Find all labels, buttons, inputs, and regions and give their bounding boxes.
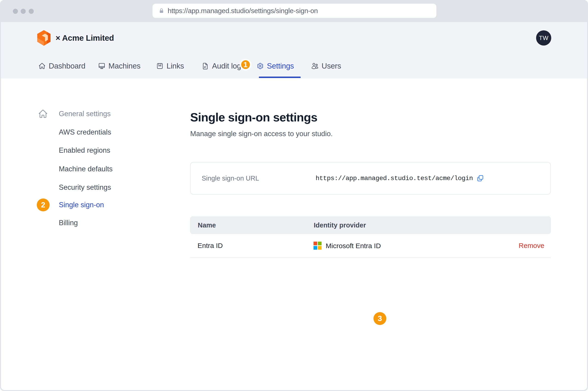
tab-label: Links [167, 62, 184, 70]
document-icon [202, 62, 209, 70]
tab-settings[interactable]: Settings [257, 62, 294, 70]
bookmark-square-icon [156, 62, 164, 70]
avatar[interactable]: TW [536, 30, 551, 46]
tab-audit-log[interactable]: Audit log [202, 62, 241, 70]
tab-label: Users [322, 62, 341, 70]
org-title: × Acme Limited [56, 33, 114, 43]
browser-chrome: https://app.managed.studio/settings/sing… [0, 0, 588, 22]
sidebar-item-billing[interactable]: Billing [59, 219, 78, 227]
browser-window: https://app.managed.studio/settings/sing… [0, 0, 588, 391]
home-icon [38, 62, 46, 70]
tab-label: Machines [108, 62, 140, 70]
provider-name-cell: Entra ID [197, 242, 223, 250]
copy-icon[interactable] [476, 174, 484, 182]
page-subtitle: Manage single sign-on access to your stu… [190, 130, 332, 138]
microsoft-logo-icon [314, 242, 322, 250]
page-title: Single sign-on settings [190, 110, 318, 124]
address-bar[interactable]: https://app.managed.studio/settings/sing… [152, 4, 436, 18]
app-header: × Acme Limited TW Dashboard Machines [1, 22, 587, 78]
monitor-icon [98, 62, 105, 70]
sidebar-item-machine-defaults[interactable]: Machine defaults [59, 165, 113, 173]
column-header-identity-provider: Identity provider [314, 221, 366, 229]
tab-label: Dashboard [49, 62, 85, 70]
studio-logo-icon [37, 30, 51, 47]
home-icon [38, 109, 48, 120]
gear-icon [257, 62, 264, 70]
sidebar-item-security-settings[interactable]: Security settings [59, 183, 111, 192]
table-row: Entra ID Microsoft Entra ID Remove [190, 234, 551, 258]
sidebar-item-single-sign-on[interactable]: Single sign-on [59, 201, 104, 209]
address-bar-url: https://app.managed.studio/settings/sing… [168, 7, 318, 15]
window-zoom-button[interactable] [29, 9, 34, 14]
annotation-badge-3: 3 [374, 312, 386, 325]
tab-links[interactable]: Links [156, 62, 184, 70]
tab-label: Audit log [212, 62, 241, 70]
provider-label: Microsoft Entra ID [326, 242, 381, 250]
sso-url-label: Single sign-on URL [202, 175, 259, 182]
tab-users[interactable]: Users [311, 62, 341, 70]
remove-link[interactable]: Remove [519, 242, 544, 250]
app-viewport: × Acme Limited TW Dashboard Machines [1, 22, 587, 390]
window-minimize-button[interactable] [21, 9, 26, 14]
lock-icon [158, 8, 164, 14]
sidebar-item-enabled-regions[interactable]: Enabled regions [59, 146, 110, 155]
sso-url-value: https://app.managed.studio.test/acme/log… [316, 175, 473, 182]
sidebar-item-general-settings[interactable]: General settings [59, 110, 111, 118]
column-header-name: Name [198, 221, 216, 229]
annotation-badge-1: 1 [240, 59, 251, 70]
tab-dashboard[interactable]: Dashboard [38, 62, 85, 70]
users-icon [311, 62, 319, 70]
window-close-button[interactable] [13, 9, 18, 14]
tab-label: Settings [267, 62, 294, 70]
tab-machines[interactable]: Machines [98, 62, 140, 70]
provider-cell: Microsoft Entra ID [314, 242, 381, 250]
screen: https://app.managed.studio/settings/sing… [0, 0, 588, 391]
annotation-badge-2: 2 [37, 198, 50, 211]
sso-url-card: Single sign-on URL https://app.managed.s… [190, 162, 551, 195]
sidebar-item-aws-credentials[interactable]: AWS credentials [59, 128, 111, 136]
providers-table-header: Name Identity provider [190, 216, 551, 234]
